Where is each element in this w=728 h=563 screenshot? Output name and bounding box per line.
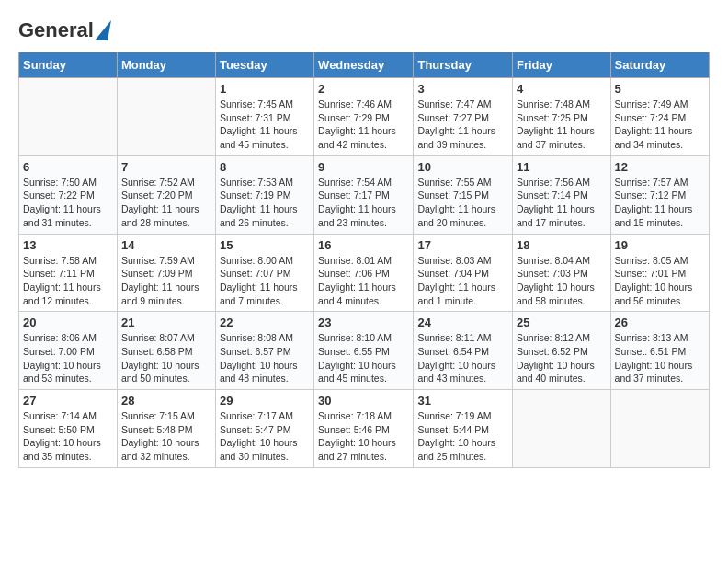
day-number: 6 (23, 160, 113, 174)
day-info: Sunrise: 7:47 AM Sunset: 7:27 PM Dayligh… (417, 98, 508, 152)
calendar-day-cell: 6Sunrise: 7:50 AM Sunset: 7:22 PM Daylig… (19, 155, 118, 234)
day-number: 10 (417, 160, 508, 174)
day-info: Sunrise: 7:52 AM Sunset: 7:20 PM Dayligh… (121, 176, 211, 230)
day-info: Sunrise: 7:54 AM Sunset: 7:17 PM Dayligh… (318, 176, 409, 230)
day-info: Sunrise: 7:48 AM Sunset: 7:25 PM Dayligh… (517, 98, 607, 152)
day-number: 16 (318, 238, 409, 252)
day-info: Sunrise: 7:53 AM Sunset: 7:19 PM Dayligh… (220, 176, 310, 230)
calendar-day-cell: 25Sunrise: 8:12 AM Sunset: 6:52 PM Dayli… (513, 312, 611, 390)
day-info: Sunrise: 8:04 AM Sunset: 7:03 PM Dayligh… (517, 254, 607, 308)
calendar-header-thursday: Thursday (414, 52, 513, 78)
day-info: Sunrise: 8:06 AM Sunset: 7:00 PM Dayligh… (23, 331, 113, 385)
calendar-day-cell: 7Sunrise: 7:52 AM Sunset: 7:20 PM Daylig… (117, 155, 215, 234)
day-info: Sunrise: 8:11 AM Sunset: 6:54 PM Dayligh… (417, 331, 508, 385)
day-number: 8 (220, 160, 310, 174)
day-number: 24 (417, 316, 508, 329)
calendar-day-cell (513, 390, 611, 468)
calendar-day-cell: 2Sunrise: 7:46 AM Sunset: 7:29 PM Daylig… (314, 78, 414, 156)
day-number: 31 (417, 394, 508, 408)
day-number: 1 (220, 82, 310, 96)
day-info: Sunrise: 8:00 AM Sunset: 7:07 PM Dayligh… (220, 254, 310, 308)
calendar-header-wednesday: Wednesday (314, 52, 414, 78)
calendar-day-cell: 9Sunrise: 7:54 AM Sunset: 7:17 PM Daylig… (314, 155, 414, 234)
calendar-day-cell (19, 78, 118, 156)
day-number: 26 (615, 316, 705, 329)
calendar-day-cell: 17Sunrise: 8:03 AM Sunset: 7:04 PM Dayli… (414, 234, 513, 312)
calendar-header-tuesday: Tuesday (215, 52, 313, 78)
day-info: Sunrise: 8:08 AM Sunset: 6:57 PM Dayligh… (220, 331, 310, 385)
logo-arrow-icon (95, 20, 111, 40)
day-info: Sunrise: 7:56 AM Sunset: 7:14 PM Dayligh… (517, 176, 607, 230)
calendar-header-saturday: Saturday (610, 52, 709, 78)
day-number: 30 (318, 394, 409, 408)
calendar-day-cell: 12Sunrise: 7:57 AM Sunset: 7:12 PM Dayli… (610, 155, 709, 234)
day-number: 9 (318, 160, 409, 174)
day-number: 28 (121, 394, 211, 408)
calendar-week-row: 1Sunrise: 7:45 AM Sunset: 7:31 PM Daylig… (19, 78, 710, 156)
day-number: 3 (417, 82, 508, 96)
day-info: Sunrise: 7:55 AM Sunset: 7:15 PM Dayligh… (417, 176, 508, 230)
day-number: 18 (517, 238, 607, 252)
calendar-day-cell: 23Sunrise: 8:10 AM Sunset: 6:55 PM Dayli… (314, 312, 414, 390)
calendar-header-monday: Monday (117, 52, 215, 78)
calendar-day-cell: 19Sunrise: 8:05 AM Sunset: 7:01 PM Dayli… (610, 234, 709, 312)
day-number: 12 (615, 160, 705, 174)
day-info: Sunrise: 7:45 AM Sunset: 7:31 PM Dayligh… (220, 98, 310, 152)
day-info: Sunrise: 8:05 AM Sunset: 7:01 PM Dayligh… (615, 254, 705, 308)
calendar-header-sunday: Sunday (19, 52, 118, 78)
calendar-day-cell (117, 78, 215, 156)
calendar-day-cell: 11Sunrise: 7:56 AM Sunset: 7:14 PM Dayli… (513, 155, 611, 234)
calendar-day-cell: 30Sunrise: 7:18 AM Sunset: 5:46 PM Dayli… (314, 390, 414, 468)
day-info: Sunrise: 7:46 AM Sunset: 7:29 PM Dayligh… (318, 98, 409, 152)
day-number: 27 (23, 394, 113, 408)
page-header: General (18, 18, 710, 42)
calendar-day-cell: 28Sunrise: 7:15 AM Sunset: 5:48 PM Dayli… (117, 390, 215, 468)
calendar-day-cell: 15Sunrise: 8:00 AM Sunset: 7:07 PM Dayli… (215, 234, 313, 312)
calendar-day-cell: 1Sunrise: 7:45 AM Sunset: 7:31 PM Daylig… (215, 78, 313, 156)
day-number: 2 (318, 82, 409, 96)
day-info: Sunrise: 8:01 AM Sunset: 7:06 PM Dayligh… (318, 254, 409, 308)
calendar-day-cell: 5Sunrise: 7:49 AM Sunset: 7:24 PM Daylig… (610, 78, 709, 156)
day-number: 19 (615, 238, 705, 252)
calendar-table: SundayMondayTuesdayWednesdayThursdayFrid… (18, 52, 710, 468)
day-number: 11 (517, 160, 607, 174)
day-info: Sunrise: 8:10 AM Sunset: 6:55 PM Dayligh… (318, 331, 409, 385)
calendar-day-cell: 20Sunrise: 8:06 AM Sunset: 7:00 PM Dayli… (19, 312, 118, 390)
calendar-day-cell: 13Sunrise: 7:58 AM Sunset: 7:11 PM Dayli… (19, 234, 118, 312)
calendar-week-row: 6Sunrise: 7:50 AM Sunset: 7:22 PM Daylig… (19, 155, 710, 234)
day-info: Sunrise: 7:49 AM Sunset: 7:24 PM Dayligh… (615, 98, 705, 152)
day-info: Sunrise: 7:14 AM Sunset: 5:50 PM Dayligh… (23, 409, 113, 464)
calendar-day-cell: 14Sunrise: 7:59 AM Sunset: 7:09 PM Dayli… (117, 234, 215, 312)
day-number: 23 (318, 316, 409, 329)
day-info: Sunrise: 8:12 AM Sunset: 6:52 PM Dayligh… (517, 331, 607, 385)
day-info: Sunrise: 8:07 AM Sunset: 6:58 PM Dayligh… (121, 331, 211, 385)
day-number: 13 (23, 238, 113, 252)
calendar-day-cell: 10Sunrise: 7:55 AM Sunset: 7:15 PM Dayli… (414, 155, 513, 234)
day-info: Sunrise: 7:50 AM Sunset: 7:22 PM Dayligh… (23, 176, 113, 230)
logo-general: General (18, 18, 94, 42)
day-info: Sunrise: 7:17 AM Sunset: 5:47 PM Dayligh… (220, 409, 310, 464)
calendar-week-row: 27Sunrise: 7:14 AM Sunset: 5:50 PM Dayli… (19, 390, 710, 468)
calendar-day-cell: 31Sunrise: 7:19 AM Sunset: 5:44 PM Dayli… (414, 390, 513, 468)
day-info: Sunrise: 8:13 AM Sunset: 6:51 PM Dayligh… (615, 331, 705, 385)
calendar-day-cell: 22Sunrise: 8:08 AM Sunset: 6:57 PM Dayli… (215, 312, 313, 390)
calendar-header-friday: Friday (513, 52, 611, 78)
calendar-header-row: SundayMondayTuesdayWednesdayThursdayFrid… (19, 52, 710, 78)
day-info: Sunrise: 7:58 AM Sunset: 7:11 PM Dayligh… (23, 254, 113, 308)
day-number: 20 (23, 316, 113, 329)
calendar-week-row: 20Sunrise: 8:06 AM Sunset: 7:00 PM Dayli… (19, 312, 710, 390)
calendar-week-row: 13Sunrise: 7:58 AM Sunset: 7:11 PM Dayli… (19, 234, 710, 312)
day-number: 17 (417, 238, 508, 252)
day-number: 5 (615, 82, 705, 96)
calendar-day-cell: 29Sunrise: 7:17 AM Sunset: 5:47 PM Dayli… (215, 390, 313, 468)
day-number: 4 (517, 82, 607, 96)
day-info: Sunrise: 7:19 AM Sunset: 5:44 PM Dayligh… (417, 409, 508, 464)
calendar-day-cell (610, 390, 709, 468)
day-number: 15 (220, 238, 310, 252)
day-number: 14 (121, 238, 211, 252)
day-info: Sunrise: 7:18 AM Sunset: 5:46 PM Dayligh… (318, 409, 409, 464)
day-info: Sunrise: 7:15 AM Sunset: 5:48 PM Dayligh… (121, 409, 211, 464)
calendar-day-cell: 4Sunrise: 7:48 AM Sunset: 7:25 PM Daylig… (513, 78, 611, 156)
day-info: Sunrise: 7:57 AM Sunset: 7:12 PM Dayligh… (615, 176, 705, 230)
calendar-day-cell: 24Sunrise: 8:11 AM Sunset: 6:54 PM Dayli… (414, 312, 513, 390)
